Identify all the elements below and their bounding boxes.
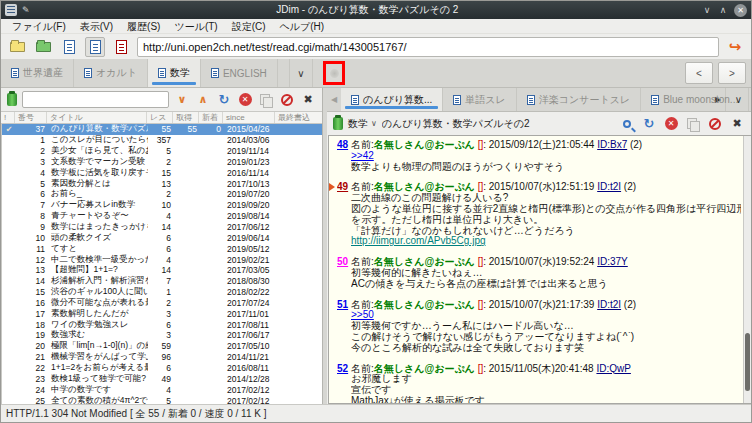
thread-title: のんびり算数・数学パズルその2 <box>382 117 614 131</box>
table-row[interactable]: 17素数解明したんだが32017/11/01 <box>2 308 322 319</box>
anchor-link[interactable]: >>50 <box>351 310 374 320</box>
prev-button[interactable]: < <box>685 62 713 84</box>
table-row[interactable]: 8青チャートやるぞ〜42019/08/14 <box>2 211 322 222</box>
board-tab-3[interactable]: ENGLISH <box>201 59 278 87</box>
post-id-link[interactable]: ID:QwP <box>596 364 630 374</box>
thread-tab-3[interactable]: Blue moonston... <box>641 88 749 111</box>
column-header-7[interactable]: 最終書込 <box>275 112 322 123</box>
copy-button[interactable] <box>685 116 701 132</box>
scrollbar-thumb[interactable] <box>745 333 750 391</box>
board-dropdown[interactable]: 数学 ∨ <box>348 117 377 131</box>
thread-tab-2[interactable]: 洋楽コンサートスレ <box>517 88 641 111</box>
board-dropdown-label: 数学 <box>348 117 368 131</box>
post-id-link[interactable]: ID:t2I <box>597 182 621 192</box>
image-link[interactable]: http://iimgur.com/APvb5Cg.jpg <box>351 236 486 246</box>
table-row[interactable]: 19数強求む32017/06/17 <box>2 330 322 341</box>
table-row[interactable]: 3文系数学でマーカン受験22019/01/23 <box>2 157 322 168</box>
post-id-link[interactable]: ID:Bx7 <box>597 140 627 150</box>
document-icon <box>527 95 535 105</box>
go-arrow-button[interactable]: ↪ <box>725 37 745 57</box>
url-input[interactable] <box>137 37 719 57</box>
search-down-button[interactable]: ∨ <box>174 92 190 108</box>
post-number-link[interactable]: 50 <box>337 257 348 267</box>
table-row[interactable]: 14杉浦解析入門・解析演習を72018/08/30 <box>2 276 322 287</box>
menu-item-5[interactable]: ヘルプ(H) <box>273 19 332 34</box>
highlighted-toolbar-button[interactable] <box>323 61 345 85</box>
column-header-3[interactable]: レス <box>147 112 173 123</box>
table-row[interactable]: 1このスレが目についたら何か3572014/03/06 <box>2 135 322 146</box>
post-body: >>50初等幾何ですか…うーん私にはハードル高いな…この解けそうで解けない感じが… <box>351 310 741 353</box>
table-row[interactable]: 21機械学習をがんばって学ぶ962014/11/21 <box>2 352 322 363</box>
table-row[interactable]: 11てすと62019/05/12 <box>2 243 322 254</box>
column-header-0[interactable]: ! <box>1 112 15 123</box>
table-row[interactable]: 221+1=2をお前らが考える最も62016/08/11 <box>2 363 322 374</box>
table-row[interactable]: 12中二で数検準一級受かった42019/02/21 <box>2 254 322 265</box>
table-row[interactable]: 5素因数分解とは132017/10/13 <box>2 178 322 189</box>
table-row[interactable]: 16微分不可能な点が表れる最22017/07/24 <box>2 298 322 309</box>
maximize-button[interactable]: ∧ <box>715 5 731 15</box>
menu-item-3[interactable]: ツール(T) <box>167 19 224 34</box>
board-tab-0[interactable]: 世界遺産 <box>1 59 74 87</box>
column-header-2[interactable]: タイトル <box>47 112 147 123</box>
stop-button[interactable]: ✕ <box>663 116 679 132</box>
table-row[interactable]: 23数検1級って独学で可能?492014/12/28 <box>2 373 322 384</box>
table-row[interactable]: 18ワイの数学勉強スレ62017/08/11 <box>2 319 322 330</box>
table-row[interactable]: 15渋谷のギャル100人に聞い12018/02/22 <box>2 287 322 298</box>
column-header-5[interactable]: 新着 <box>199 112 223 123</box>
table-row[interactable]: 2美少女「ほら見て、私のおま52019/11/14 <box>2 146 322 157</box>
table-row[interactable]: 7バナー応募スレin数学102019/09/20 <box>2 200 322 211</box>
search-button[interactable] <box>619 116 635 132</box>
post-number-link[interactable]: 48 <box>337 140 348 150</box>
tabs-scroll-left-button[interactable]: ◀ <box>327 88 341 111</box>
menu-item-1[interactable]: 表示(V) <box>73 19 120 34</box>
abort-button[interactable] <box>707 116 723 132</box>
thread-tab-1[interactable]: 単語スレ <box>443 88 516 111</box>
board-tabs-dropdown-button[interactable]: ∨ <box>289 59 313 87</box>
table-row[interactable]: 24中学の数学です42017/02/12 <box>2 384 322 395</box>
abort-button[interactable] <box>279 92 295 108</box>
reload-button[interactable]: ↻ <box>216 92 232 108</box>
post-number-link[interactable]: 51 <box>337 300 348 310</box>
anchor-link[interactable]: >>42 <box>351 151 374 161</box>
close-button[interactable]: ✕ <box>734 4 747 17</box>
post-id-link[interactable]: ID:37Y <box>597 257 628 267</box>
post-number-link[interactable]: 52 <box>337 364 348 374</box>
table-row[interactable]: 20極限「lim[n→1-0](n)」の結592017/05/10 <box>2 341 322 352</box>
post-id-link[interactable]: ID:t2I <box>597 300 621 310</box>
table-row[interactable]: 4数学板に活気を取り戻すぞ152016/11/14 <box>2 167 322 178</box>
close-tab-button[interactable]: ✖ <box>300 92 316 108</box>
table-row[interactable]: 6お前ら_22019/07/20 <box>2 189 322 200</box>
table-row[interactable]: 13【超難問】1+1=?142017/03/05 <box>2 265 322 276</box>
reload-button[interactable]: ↻ <box>641 116 657 132</box>
thread-list-button[interactable] <box>59 37 79 57</box>
board-list-button[interactable] <box>7 37 27 57</box>
minimize-button[interactable]: ∨ <box>699 5 715 15</box>
post-number-link[interactable]: 49 <box>337 182 348 192</box>
search-up-button[interactable]: ∧ <box>195 92 211 108</box>
board-tab-1[interactable]: オカルト <box>74 59 148 87</box>
post-id-count: (2) <box>621 182 636 192</box>
thread-search-input[interactable] <box>22 91 169 108</box>
column-header-4[interactable]: 取得 <box>173 112 199 123</box>
copy-button[interactable] <box>258 92 274 108</box>
post-date: 2015/10/07(水)12:51:19 <box>489 182 597 192</box>
table-row[interactable]: 9数学にはまったきっかけを142017/06/12 <box>2 222 322 233</box>
menu-item-4[interactable]: 設定(C) <box>225 19 273 34</box>
image-view-button[interactable] <box>111 37 131 57</box>
stop-button[interactable]: ✕ <box>237 92 253 108</box>
close-tab-button[interactable]: ✖ <box>729 116 745 132</box>
menu-item-2[interactable]: 履歴(S) <box>120 19 167 34</box>
thread-view-button[interactable] <box>85 37 105 57</box>
column-header-6[interactable]: since <box>223 112 275 123</box>
scrollbar[interactable] <box>743 136 751 403</box>
favorites-button[interactable] <box>33 37 53 57</box>
post-body: お邪魔します宣伝ですMathJax↓が使える掲示板ですhttp://super2… <box>351 374 741 403</box>
menu-item-0[interactable]: ファイル(F) <box>5 19 73 34</box>
thread-tab-0[interactable]: のんびり算数... <box>341 88 443 111</box>
table-row[interactable]: 25全ての素数の積が4π^2で52017/02/12 <box>2 395 322 404</box>
next-button[interactable]: > <box>718 62 746 84</box>
table-row[interactable]: ✔37のんびり算数・数学パズルその2555502015/04/26 <box>2 124 322 135</box>
board-tab-2[interactable]: 数学 <box>148 59 201 87</box>
column-header-1[interactable]: 番号 <box>15 112 47 123</box>
table-row[interactable]: 10頭の柔軟クイズ62019/06/14 <box>2 232 322 243</box>
